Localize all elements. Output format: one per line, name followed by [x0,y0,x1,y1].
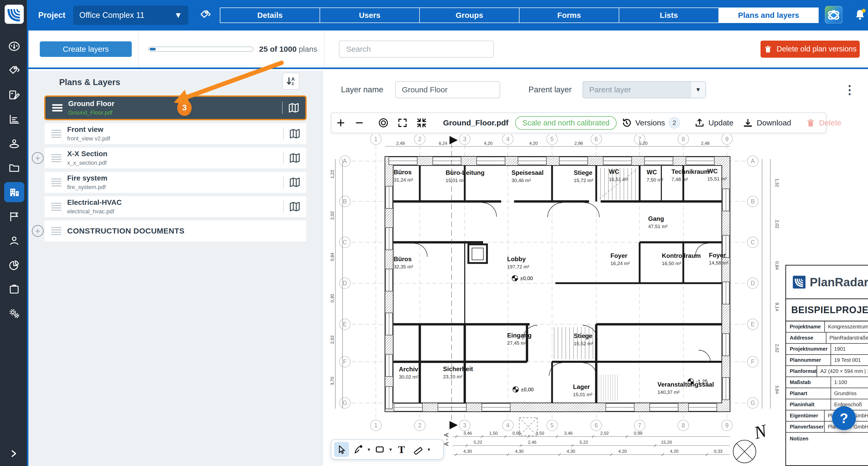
update-button[interactable]: Update [690,118,738,128]
map-icon[interactable] [288,102,300,114]
drag-handle-icon[interactable] [52,104,63,112]
svg-text:4,20: 4,20 [618,449,627,454]
calibrate-target-button[interactable] [374,117,393,128]
measure-tool-button[interactable] [410,442,426,457]
cursor-tool-button[interactable] [334,442,349,457]
map-icon[interactable] [289,176,301,188]
sidebar-item-flags[interactable] [2,204,26,229]
divider [324,30,324,67]
titleblock-row: AddressePlanRadarstraße [786,332,868,344]
sidebar-item-statistics[interactable] [2,107,26,132]
svg-text:2,02: 2,02 [600,431,609,436]
svg-text:0,30: 0,30 [330,294,335,302]
svg-text:5,20: 5,20 [639,141,647,146]
map-icon[interactable] [289,152,301,164]
svg-text:2,48: 2,48 [701,141,709,146]
sidebar-item-contacts[interactable] [2,229,26,253]
sidebar-item-reports[interactable] [2,253,26,277]
apps-connect-icon[interactable] [825,6,842,25]
plan-item-x-x-section[interactable]: X-X Sectionx_x_section.pdf [44,147,307,169]
sidebar-item-person-pin[interactable] [2,132,26,156]
fullscreen-button[interactable] [393,117,412,128]
project-label: Project [38,10,65,20]
plans-layers-panel: Plans & Layers Az Ground FloorGround_Flo… [28,70,323,466]
project-selector[interactable]: Office Complex 11 ▼ [73,6,188,25]
svg-text:4,30: 4,30 [566,449,575,454]
sort-az-button[interactable]: Az [282,73,300,90]
svg-text:9: 9 [725,422,729,429]
text-tool-button[interactable]: T [394,442,409,457]
zoom-in-button[interactable] [332,118,350,128]
sidebar-item-tasks[interactable] [2,277,26,301]
chevron-down-icon[interactable]: ▾ [428,446,430,453]
plan-viewer-toolbar: Ground_Floor.pdf Scale and north calibra… [331,113,827,133]
svg-text:9: 9 [725,136,729,143]
help-button[interactable]: ? [832,406,856,430]
room-label: WC [647,169,657,176]
layer-name-input[interactable] [395,81,500,98]
room-label: Büro-Leitung [445,169,485,176]
pen-tool-button[interactable] [350,442,366,457]
sidebar-item-projects[interactable] [4,182,24,202]
svg-text:2,49: 2,49 [396,141,405,146]
room-label: Foyer [709,252,726,259]
plan-item-front-view[interactable]: Front viewfront_view v2.pdf [44,123,307,145]
chevron-down-icon[interactable]: ▾ [368,446,370,453]
create-layers-button[interactable]: Create layers [40,41,132,57]
svg-text:3,46: 3,46 [564,431,572,436]
tab-lists[interactable]: Lists [619,7,719,23]
tags-icon[interactable] [200,9,211,22]
parent-layer-select[interactable]: Parent layer ▼ [583,81,706,98]
zoom-out-button[interactable] [350,118,369,128]
download-button[interactable]: Download [738,118,796,128]
plan-item-ground-floor[interactable]: Ground FloorGround_Floor.pdf 3 [44,95,307,120]
drag-handle-icon[interactable] [51,178,61,186]
step-badge: 3 [177,100,192,116]
svg-text:3,70: 3,70 [330,377,335,385]
svg-text:G: G [343,400,347,406]
chevron-down-icon[interactable]: ▾ [389,446,392,453]
plan-item-fire-system[interactable]: Fire systemfire_system.pdf [44,171,307,193]
divider [282,101,283,114]
versions-count-badge: 2 [669,117,680,128]
sidebar-item-forms[interactable] [2,83,26,107]
search-input[interactable] [339,40,494,58]
tab-plans-and-layers[interactable]: Plans and layers [718,7,819,23]
tab-forms[interactable]: Forms [519,7,619,23]
sidebar-item-settings[interactable] [2,301,26,326]
fit-view-button[interactable] [412,117,431,128]
add-layer-button[interactable]: + [32,225,44,237]
delete-old-plan-versions-button[interactable]: Delete old plan versions [761,40,860,58]
calibration-badge: Scale and north calibrated [515,116,617,130]
tab-groups[interactable]: Groups [419,7,520,23]
tab-details[interactable]: Details [220,7,320,23]
sidebar-item-tags[interactable] [2,58,26,83]
svg-text:2,96: 2,96 [574,141,583,146]
svg-text:2,02: 2,02 [774,220,779,228]
map-icon[interactable] [289,128,301,140]
plan-item-electrical-hvac[interactable]: Electrical-HVACelectrical_hvac.pdf [44,196,307,217]
sidebar-item-folders[interactable] [2,156,26,180]
svg-text:4,20: 4,20 [529,141,537,146]
map-icon[interactable] [289,201,301,212]
drag-handle-icon[interactable] [51,227,61,235]
plan-item-construction-documents[interactable]: CONSTRUCTION DOCUMENTS [44,220,307,242]
kebab-menu-icon[interactable]: ⋮ [844,84,856,96]
delete-plan-button[interactable]: Delete [801,118,846,128]
drag-handle-icon[interactable] [51,130,61,138]
tab-users[interactable]: Users [319,7,420,23]
sidebar-expand-chevron-icon[interactable] [0,448,27,459]
main-sidebar [0,0,28,466]
versions-button[interactable]: Versions 2 [617,117,685,128]
divider [283,127,284,140]
project-selector-value: Office Complex 11 [79,10,145,20]
shape-tool-button[interactable] [372,442,387,457]
sidebar-item-dashboard[interactable] [2,34,26,58]
planradar-logo-icon[interactable] [5,5,24,24]
room-label: Lobby [507,256,526,262]
drag-handle-icon[interactable] [51,154,61,162]
notifications-bell-icon[interactable] [853,8,867,23]
add-layer-button[interactable]: + [32,152,44,164]
svg-text:C: C [751,239,755,246]
drag-handle-icon[interactable] [51,203,61,211]
